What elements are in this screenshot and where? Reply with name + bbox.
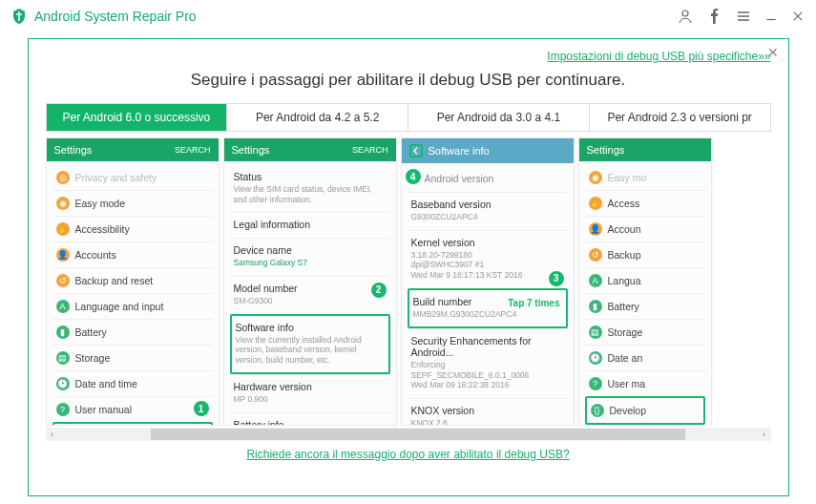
list-item: 👤Accoun [585,216,705,242]
title-right [677,8,805,25]
accounts-icon: 👤 [56,248,70,262]
list-item: ◎Privacy and safety [52,165,213,190]
step-badge-1: 1 [194,401,209,416]
section-software-info: Software infoView the currently installe… [230,314,390,375]
step-badge-2: 2 [371,283,387,298]
panel-settings-1: Settings SEARCH ◎Privacy and safety ◉Eas… [46,137,220,426]
battery-icon: ▮ [589,300,602,313]
list-item: ALanguage and input [52,293,213,319]
panel2-header-title: Settings [232,144,270,156]
easy-mode-icon: ◉ [56,197,70,210]
panel-settings-4: Settings ◉Easy mo ✋Access 👤Accoun ↺Backu… [578,137,712,426]
scroll-left-icon[interactable]: ‹ [46,428,59,441]
usb-debug-specific-link[interactable]: Impostazioni di debug USB più specifiche… [547,50,770,63]
section-baseband: Baseband versionG9300ZCU2APC4 [408,192,568,230]
section-android-version: 4 Android version [408,167,568,192]
list-item: ▤Storage [52,345,213,370]
section-model: Model numberSM-G9300 2 [230,276,390,314]
horizontal-scrollbar[interactable]: ‹ › [46,428,771,441]
storage-icon: ▤ [589,326,602,339]
backup-icon: ↺ [589,248,602,262]
step-badge-4: 4 [406,169,421,184]
main-modal: ✕ Impostazioni di debug USB più specific… [28,38,789,496]
back-arrow-icon [409,144,423,158]
panel4-header: Settings [579,138,711,161]
panel1-header: Settings SEARCH [47,138,219,161]
access-icon: ✋ [589,197,602,210]
menu-icon[interactable] [736,9,751,24]
step-badge-3: 3 [549,271,564,286]
section-device-name: Device nameSamsung Galaxy S7 [230,238,390,276]
list-item: 🕑Date an [585,345,705,370]
developer-icon: {} [591,404,604,417]
still-prompt-link[interactable]: Richiede ancora il messaggio dopo aver a… [246,448,569,461]
tab-android-6[interactable]: Per Android 6.0 o successivo [47,104,228,131]
list-item: ✋Access [585,190,705,216]
language-icon: A [589,274,602,287]
section-battery-info: Battery infoView your device's battery s… [230,412,390,426]
tab-android-42-52[interactable]: Per Android da 4.2 a 5.2 [227,104,408,131]
list-item: ALangua [585,267,705,293]
panel-software-info: Software info 4 Android version Baseband… [401,137,575,426]
list-item: ?User ma [585,370,705,396]
svg-point-0 [682,10,688,16]
list-item: 🕑Date and time [52,370,213,396]
bottom-link-row: Richiede ancora il messaggio dopo aver a… [46,447,771,461]
date-icon: 🕑 [56,377,70,390]
scrollbar-thumb[interactable] [151,429,685,440]
title-left: Android System Repair Pro [11,8,197,25]
app-logo-icon [11,8,27,25]
account-icon: 👤 [589,222,602,236]
storage-icon: ▤ [56,351,70,365]
scroll-right-icon[interactable]: › [758,428,771,441]
list-item: ✋Accessibility [52,216,213,242]
list-item: ?User manual 1 [52,396,213,422]
panel2-header: Settings SEARCH [224,138,396,161]
panel2-header-search: SEARCH [352,145,388,155]
accessibility-icon: ✋ [56,222,70,236]
account-icon[interactable] [677,8,694,25]
battery-icon: ▮ [56,326,70,339]
panel-settings-2: Settings SEARCH StatusView the SIM card … [223,137,397,426]
instruction-panels: Settings SEARCH ◎Privacy and safety ◉Eas… [46,137,771,426]
list-item: ◉Easy mo [585,165,705,190]
title-bar: Android System Repair Pro [0,0,816,32]
tap-7-times-label: Tap 7 times [508,298,559,308]
app-title: Android System Repair Pro [34,9,197,24]
list-item: ▮Battery [52,319,213,345]
section-security: Security Enhancements for Android...Enfo… [408,328,568,398]
panel3-header: Software info [402,138,574,163]
close-icon[interactable] [791,10,805,23]
section-knox: KNOX versionKNOX 2.6 Standard SDK 5.6.0 … [408,398,568,426]
privacy-icon: ◎ [56,171,70,184]
list-item: ↺Backup and reset [52,267,213,293]
list-item: 👤Accounts [52,242,213,267]
panel1-header-title: Settings [54,144,93,156]
panel1-header-search: SEARCH [175,145,211,155]
list-item: ↺Backup [585,242,705,267]
developer-options-row: {}Develop [585,396,705,425]
backup-icon: ↺ [56,274,70,287]
about-device-row: iAbout device [52,422,213,426]
minimize-icon[interactable] [764,10,778,23]
easy-icon: ◉ [589,171,602,184]
facebook-icon[interactable] [707,9,722,24]
list-item: ▤Storage [585,319,705,345]
list-item: ◉Easy mode [52,190,213,216]
section-kernel: Kernel version3.18.20-7299180 dpi@SWHC39… [408,230,568,288]
panel3-header-title: Software info [429,145,490,157]
panel4-header-title: Settings [587,144,625,156]
top-right-link-row: Impostazioni di debug USB più specifiche… [46,49,771,63]
manual-icon: ? [56,403,70,416]
list-item: ▮Battery [585,293,705,319]
section-build-number: Build numberMMB29M.G9300ZCU2APC4 Tap 7 t… [408,288,568,329]
language-icon: A [56,300,70,313]
modal-close-icon[interactable]: ✕ [767,45,779,60]
section-status: StatusView the SIM card status, device I… [230,165,390,212]
tab-android-30-41[interactable]: Per Android da 3.0 a 4.1 [408,104,590,131]
tab-android-23[interactable]: Per Android 2.3 o versioni pr [590,104,770,131]
android-version-tabs: Per Android 6.0 o successivo Per Android… [46,103,771,132]
section-legal: Legal information [230,212,390,238]
manual-icon: ? [589,377,602,390]
date-icon: 🕑 [589,351,602,365]
